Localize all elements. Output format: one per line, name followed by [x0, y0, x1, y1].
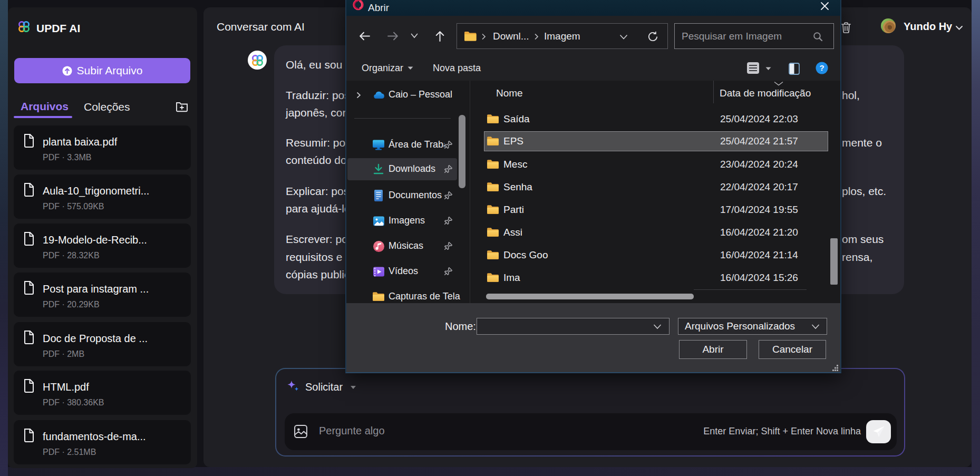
svg-text:?: ? [819, 63, 824, 72]
